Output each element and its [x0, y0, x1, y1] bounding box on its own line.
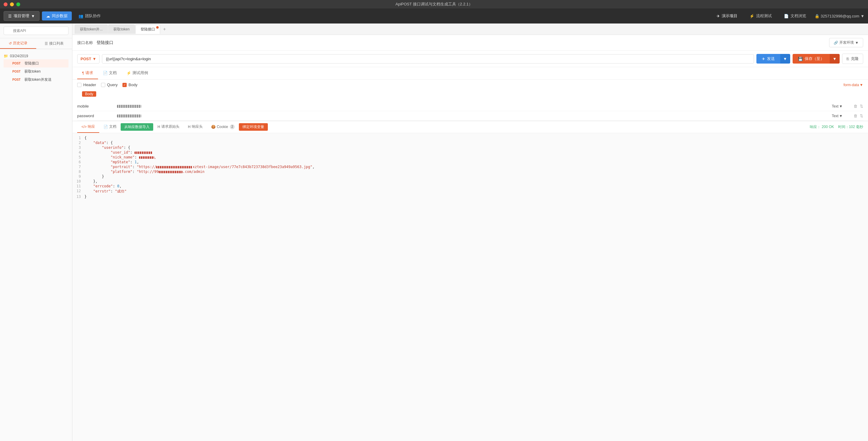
flow-icon: ⚡ [749, 14, 754, 19]
body-checkbox[interactable]: ✓ Body [122, 82, 137, 87]
doc-icon: 📄 [103, 125, 108, 129]
param-name-password: password [77, 113, 114, 118]
code-area: 1 { 2 "data": { 3 "userinfo": { 4 "user_… [72, 133, 868, 441]
request-tabs: ¶ 请求 📄 文档 ⚡ 测试用例 [72, 67, 868, 79]
code-icon: </> [82, 125, 87, 129]
search-input[interactable] [4, 27, 68, 35]
env-button[interactable]: 🔗 开发环境 ▼ [829, 38, 863, 47]
doc-icon: 📄 [103, 71, 108, 75]
table-row: mobile Text ▼ 🗑 ⇅ [77, 102, 863, 111]
req-tab-doc[interactable]: 📄 文档 [98, 67, 122, 79]
user-info[interactable]: 🔒 3257132998@qq.com ▼ [815, 14, 864, 19]
team-button[interactable]: 👥 团队协作 [74, 11, 105, 21]
bind-env-button[interactable]: 绑定环境变量 [239, 123, 268, 131]
import-from-response-button[interactable]: 从响应数据导入 [121, 123, 153, 131]
h-icon: H [188, 125, 191, 129]
save-dropdown-button[interactable]: ▼ [830, 54, 840, 64]
tab-bar: 获取token并... 获取token 登陆接口 + [72, 24, 868, 35]
demo-project-tab[interactable]: ✈ 演示项目 [711, 11, 743, 21]
method-badge-post: POST [11, 78, 22, 81]
save-icon: 💾 [798, 57, 803, 61]
param-type-mobile[interactable]: Text ▼ [832, 104, 850, 108]
send-dropdown-button[interactable]: ▼ [780, 54, 790, 64]
param-actions-mobile: 🗑 ⇅ [854, 104, 863, 108]
app-title: ApiPOST 接口调试与文档生成工具（2.2.1） [395, 1, 472, 7]
save-button-group: 💾 保存（至） ▼ [793, 54, 840, 64]
cookie-icon: 🍪 [211, 125, 216, 129]
main-layout: 🔍 ↺ 历史记录 ☰ 接口列表 📁 03/24/2019 POST [0, 24, 868, 441]
delete-icon[interactable]: 🗑 [854, 104, 858, 108]
body-badge: Body [82, 91, 96, 97]
minimize-button[interactable] [10, 2, 14, 6]
req-tab-testcase[interactable]: ⚡ 测试用例 [122, 67, 153, 79]
send-icon: ✈ [717, 14, 720, 19]
save-button[interactable]: 💾 保存（至） [793, 54, 830, 64]
query-cb[interactable] [101, 83, 105, 87]
code-line-6: 6 "mpState": 1, [72, 160, 868, 165]
method-selector[interactable]: POST ▼ [77, 54, 99, 64]
maximize-button[interactable] [16, 2, 20, 6]
code-line-10: 10 }, [72, 179, 868, 184]
url-input[interactable] [102, 54, 754, 64]
h-icon: H [157, 125, 160, 129]
sidebar-tab-list[interactable]: ☰ 接口列表 [36, 38, 72, 49]
header-checkbox[interactable]: Header [77, 82, 96, 87]
delete-icon[interactable]: 🗑 [854, 113, 858, 118]
sidebar-item-gettoken[interactable]: POST 获取token [4, 67, 68, 76]
flow-test-tab[interactable]: ⚡ 流程测试 [743, 11, 778, 21]
response-area: </> 响应 📄 文档 从响应数据导入 H 请求原始头 H 响应头 🍪 [72, 121, 868, 441]
url-bar: POST ▼ ✈ 发送 ▼ 💾 保存（至） ▼ ⎘ 克隆 [72, 50, 868, 67]
sidebar-item-login[interactable]: POST 登陆接口 [4, 59, 68, 67]
chevron-down-icon: ▼ [861, 14, 864, 19]
code-line-5: 5 "nick_name": , [72, 155, 868, 160]
sidebar-item-gettokensend[interactable]: POST 获取token并发送 [4, 76, 68, 84]
code-line-13: 13 } [72, 194, 868, 199]
body-cb[interactable]: ✓ [122, 83, 127, 87]
api-name-input[interactable] [96, 40, 826, 45]
folder-icon: 📁 [4, 54, 8, 58]
tab-gettoken-send[interactable]: 获取token并... [75, 25, 108, 34]
resp-tab-doc[interactable]: 📄 文档 [99, 121, 121, 133]
param-type-password[interactable]: Text ▼ [832, 114, 850, 118]
resp-tab-req-header[interactable]: H 请求原始头 [153, 121, 184, 133]
search-area: 🔍 [0, 24, 72, 38]
resp-tab-response[interactable]: </> 响应 [77, 121, 99, 133]
close-button[interactable] [4, 2, 7, 6]
header-cb[interactable] [77, 83, 82, 87]
tree-group: 📁 03/24/2019 POST 登陆接口 POST 获取token POST… [0, 52, 72, 85]
resp-tab-cookie[interactable]: 🍪 Cookie 2 [207, 122, 239, 133]
params-table: mobile Text ▼ 🗑 ⇅ password [72, 102, 868, 121]
move-icon[interactable]: ⇅ [860, 113, 863, 118]
code-line-9: 9 } [72, 174, 868, 179]
query-checkbox[interactable]: Query [101, 82, 118, 87]
window-controls[interactable] [4, 2, 20, 6]
tab-login[interactable]: 登陆接口 [135, 25, 160, 34]
list-icon: ☰ [44, 41, 48, 46]
resp-tab-resp-header[interactable]: H 响应头 [184, 121, 207, 133]
project-manager-button[interactable]: ☰ 项目管理 ▼ [4, 11, 39, 21]
sync-button[interactable]: ☁ 同步数据 [42, 11, 72, 21]
sidebar-tabs: ↺ 历史记录 ☰ 接口列表 [0, 38, 72, 49]
param-actions-password: 🗑 ⇅ [854, 113, 863, 118]
request-icon: ¶ [82, 71, 84, 75]
tree-group-header[interactable]: 📁 03/24/2019 [4, 53, 68, 59]
tab-gettoken[interactable]: 获取token [108, 25, 134, 34]
sidebar-tab-history[interactable]: ↺ 历史记录 [0, 38, 36, 49]
team-icon: 👥 [79, 14, 83, 19]
content-area: 获取token并... 获取token 登陆接口 + 接口名称 🔗 开发环境 ▼ [72, 24, 868, 441]
add-tab-button[interactable]: + [161, 25, 168, 33]
clone-icon: ⎘ [846, 57, 849, 61]
move-icon[interactable]: ⇅ [860, 104, 863, 108]
chevron-down-icon: ▼ [839, 114, 843, 118]
form-data-button[interactable]: form-data ▼ [843, 83, 863, 87]
doc-browse-tab[interactable]: 📄 文档浏览 [778, 11, 812, 21]
code-line-1: 1 { [72, 136, 868, 140]
doc-icon: 📄 [784, 14, 789, 19]
clone-button[interactable]: ⎘ 克隆 [842, 54, 863, 64]
send-button[interactable]: ✈ 发送 [756, 54, 780, 64]
req-tab-request[interactable]: ¶ 请求 [77, 67, 98, 79]
code-line-12: 12 "errstr": "成功" [72, 189, 868, 194]
send-button-group: ✈ 发送 ▼ [756, 54, 790, 64]
param-name-mobile: mobile [77, 104, 114, 108]
title-bar: ApiPOST 接口调试与文档生成工具（2.2.1） [0, 0, 868, 8]
